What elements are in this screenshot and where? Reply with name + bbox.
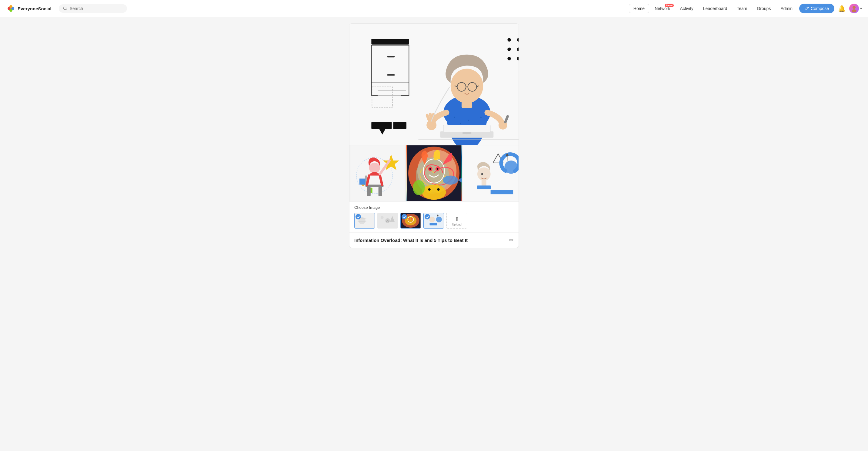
svg-point-36 (460, 123, 461, 124)
post-card: Choose Image (349, 23, 519, 248)
compose-button[interactable]: Compose (799, 4, 834, 13)
svg-line-6 (807, 7, 808, 8)
svg-line-5 (66, 9, 67, 10)
svg-marker-20 (379, 129, 385, 135)
svg-point-35 (454, 116, 455, 118)
strip-illustration-2 (406, 145, 462, 201)
nav-admin[interactable]: Admin (776, 4, 797, 13)
svg-point-87 (413, 180, 425, 195)
svg-point-84 (437, 188, 440, 191)
strip-illustration-3 (463, 145, 519, 201)
compose-icon (805, 6, 809, 10)
avatar (849, 4, 859, 13)
svg-point-65 (369, 163, 380, 174)
choose-image-label: Choose Image (354, 205, 514, 210)
svg-rect-10 (371, 45, 409, 95)
svg-point-78 (430, 168, 431, 170)
content-wrap: Choose Image (349, 17, 519, 451)
logo-icon (6, 4, 16, 13)
compose-label: Compose (811, 6, 829, 11)
svg-point-25 (517, 48, 519, 51)
svg-point-103 (381, 216, 384, 219)
network-badge: New! (665, 4, 674, 7)
navbar: EveryoneSocial Home Network New! Activit… (0, 0, 868, 17)
choose-image-section: Choose Image (349, 201, 519, 232)
svg-point-40 (427, 120, 436, 130)
svg-point-28 (517, 57, 519, 60)
thumbnail-3[interactable] (400, 213, 421, 228)
nav-activity[interactable]: Activity (676, 4, 698, 13)
svg-rect-15 (372, 87, 392, 107)
nav-home[interactable]: Home (629, 4, 649, 13)
svg-point-92 (477, 168, 491, 181)
svg-point-111 (411, 218, 412, 220)
edit-icon[interactable]: ✏ (509, 237, 514, 244)
strip-image-3 (463, 145, 519, 201)
thumb-check-1 (355, 214, 361, 220)
svg-rect-91 (490, 190, 513, 194)
search-input[interactable] (70, 6, 123, 11)
svg-rect-70 (360, 178, 366, 185)
avatar-icon (850, 4, 858, 13)
svg-point-39 (480, 116, 482, 118)
svg-point-3 (9, 9, 12, 12)
upload-icon: ⬆ (455, 216, 459, 222)
svg-point-93 (481, 173, 483, 175)
strip-image-1 (349, 145, 406, 201)
svg-point-24 (507, 48, 511, 51)
nav-network[interactable]: Network New! (650, 4, 674, 13)
thumbnail-row: ⬆ Upload (354, 213, 514, 228)
svg-rect-63 (378, 187, 382, 196)
svg-line-42 (430, 114, 432, 120)
nav-actions: Compose 🔔 ▾ (799, 4, 862, 13)
svg-point-83 (428, 188, 431, 191)
main-content: Choose Image (0, 17, 868, 451)
notification-bell[interactable]: 🔔 (838, 5, 845, 12)
thumbnail-1[interactable] (354, 213, 375, 228)
svg-point-21 (507, 38, 511, 41)
svg-rect-62 (367, 187, 371, 196)
svg-rect-13 (387, 56, 395, 57)
nav-links: Home Network New! Activity Leaderboard T… (629, 4, 797, 13)
svg-point-85 (443, 175, 458, 185)
card-title: Information Overload: What It Is and 5 T… (354, 237, 468, 243)
svg-point-55 (462, 132, 472, 134)
strip-illustration-1 (349, 145, 405, 201)
search-icon (63, 6, 67, 10)
svg-rect-18 (371, 122, 392, 129)
logo[interactable]: EveryoneSocial (6, 4, 52, 13)
upload-button[interactable]: ⬆ Upload (446, 213, 467, 228)
thumbnail-2[interactable] (377, 213, 398, 228)
svg-rect-19 (393, 122, 406, 129)
svg-point-80 (422, 185, 446, 200)
svg-point-7 (852, 6, 856, 9)
strip-image-2 (406, 145, 462, 201)
check-icon-3 (403, 215, 406, 219)
check-icon-1 (357, 215, 360, 219)
desk-illustration (349, 24, 519, 145)
thumb-svg-2 (378, 213, 398, 228)
svg-point-37 (468, 120, 469, 121)
nav-leaderboard[interactable]: Leaderboard (699, 4, 731, 13)
logo-text: EveryoneSocial (18, 6, 52, 11)
thumbnail-4[interactable] (424, 213, 444, 228)
svg-rect-54 (443, 125, 490, 132)
nav-groups[interactable]: Groups (752, 4, 775, 13)
avatar-wrap[interactable]: ▾ (849, 4, 862, 13)
svg-point-27 (507, 57, 511, 60)
card-footer: Information Overload: What It Is and 5 T… (349, 232, 519, 248)
avatar-chevron: ▾ (860, 6, 862, 10)
svg-line-45 (505, 116, 508, 122)
svg-rect-9 (371, 39, 409, 45)
svg-rect-94 (481, 180, 486, 186)
svg-point-104 (385, 218, 390, 223)
thumb-check-4 (425, 214, 430, 220)
svg-rect-14 (387, 74, 395, 76)
svg-line-41 (427, 115, 429, 121)
main-image-area (349, 24, 519, 145)
search-bar[interactable] (59, 4, 127, 13)
nav-team[interactable]: Team (733, 4, 751, 13)
svg-point-2 (9, 5, 12, 8)
svg-point-8 (851, 9, 857, 12)
upload-label: Upload (452, 223, 462, 226)
